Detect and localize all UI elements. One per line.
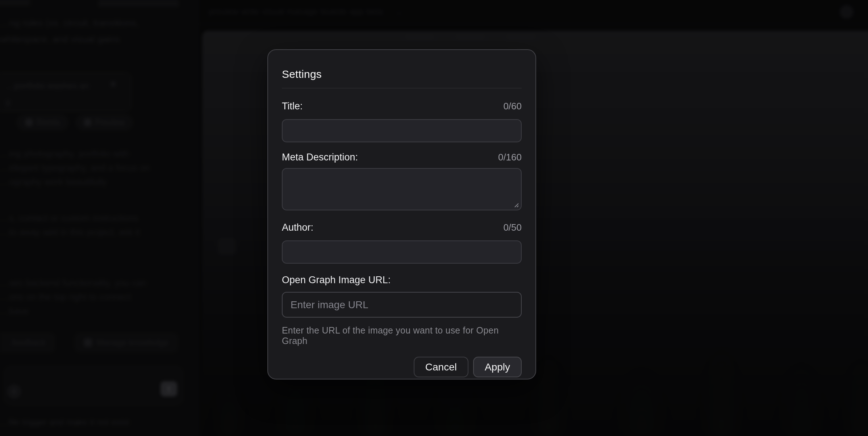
dialog-actions: Cancel Apply (282, 357, 522, 377)
meta-description-counter: 0/160 (498, 152, 522, 163)
og-image-url-helper: Enter the URL of the image you want to u… (282, 325, 522, 346)
field-title: Title: 0/60 (282, 101, 522, 142)
og-image-url-input[interactable] (282, 292, 522, 318)
header-divider (282, 88, 522, 88)
author-counter: 0/50 (503, 222, 522, 233)
og-image-url-label: Open Graph Image URL: (282, 274, 391, 286)
app-window: …ng rules (vs. circuit, transitions, whi… (0, 0, 868, 436)
field-og-image-url: Open Graph Image URL: Enter the URL of t… (282, 274, 522, 346)
author-input[interactable] (282, 240, 522, 264)
field-author: Author: 0/50 (282, 222, 522, 264)
settings-dialog: Settings Title: 0/60 Meta Description: 0… (267, 49, 536, 380)
cancel-button[interactable]: Cancel (414, 357, 468, 377)
apply-button[interactable]: Apply (473, 357, 522, 377)
resize-handle-icon[interactable] (513, 202, 519, 208)
title-label: Title: (282, 101, 303, 112)
title-counter: 0/60 (503, 101, 522, 112)
meta-description-textarea[interactable] (282, 168, 522, 210)
title-input[interactable] (282, 119, 522, 142)
field-meta-description: Meta Description: 0/160 (282, 152, 522, 210)
author-label: Author: (282, 222, 313, 233)
meta-description-label: Meta Description: (282, 152, 358, 163)
dialog-title: Settings (282, 68, 522, 80)
